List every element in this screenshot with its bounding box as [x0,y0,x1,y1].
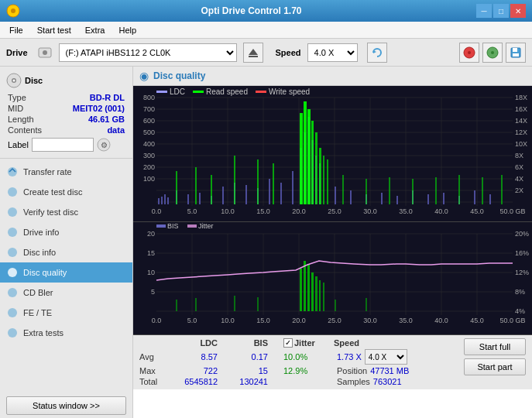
svg-rect-108 [300,113,303,204]
speed-select[interactable]: 4.0 X [307,43,358,62]
svg-rect-165 [156,224,166,228]
svg-point-1 [11,9,15,13]
svg-rect-118 [211,175,212,204]
max-ldc-value: 722 [167,366,218,375]
sidebar-item-fe-te[interactable]: FE / TE [0,303,132,323]
close-button[interactable]: ✕ [510,4,526,18]
disc-quality-header-icon: ◉ [139,70,149,82]
svg-text:16%: 16% [515,249,529,257]
write-speed-color [256,91,266,93]
speed-label: Speed [276,48,301,57]
sidebar-label-disc-quality: Disc quality [23,268,67,277]
jitter-header-container: ✓ Jitter [283,338,334,348]
max-row: Max 722 15 12.9% Position 47731 MB [139,366,451,375]
sidebar-item-transfer-rate[interactable]: Transfer rate [0,162,132,182]
sidebar-label-fe-te: FE / TE [23,308,52,317]
svg-rect-113 [319,148,321,204]
disc-contents-row: Contents data [6,125,126,135]
menu-start-test[interactable]: Start test [31,24,77,36]
sidebar-item-verify-test[interactable]: Verify test disc [0,202,132,222]
max-bis-value: 15 [218,366,268,375]
menu-help[interactable]: Help [112,24,142,36]
speed-select-stats[interactable]: 4.0 X [365,349,407,365]
sidebar-item-disc-info[interactable]: Disc info [0,242,132,262]
total-label: Total [139,377,167,386]
svg-text:25.0: 25.0 [328,207,342,215]
drive-info-icon [6,226,19,238]
svg-rect-112 [315,132,317,204]
svg-rect-181 [366,298,367,311]
svg-text:18X: 18X [515,94,527,101]
svg-rect-169 [300,269,302,311]
svg-rect-103 [427,194,429,204]
minimize-button[interactable]: ─ [476,4,492,18]
svg-point-21 [8,207,17,217]
svg-text:8X: 8X [515,152,523,159]
svg-rect-125 [412,179,414,204]
svg-text:2X: 2X [515,187,523,194]
status-window-button[interactable]: Status window >> [6,396,126,415]
sidebar-item-disc-quality[interactable]: Disc quality [0,262,132,283]
sidebar-item-cd-bler[interactable]: CD Bler [0,283,132,303]
svg-text:8%: 8% [515,288,525,296]
svg-rect-129 [501,175,503,204]
svg-marker-6 [373,50,376,53]
svg-rect-124 [389,177,390,204]
svg-point-8 [468,51,471,54]
label-input[interactable] [32,138,94,152]
drive-select[interactable]: (F:) ATAPI iHBS112 2 CL0K [59,43,237,62]
extra-tests-icon [6,327,19,339]
menu-extra[interactable]: Extra [79,24,112,36]
start-part-button[interactable]: Start part [464,358,526,375]
svg-rect-77 [161,197,163,204]
sidebar-item-drive-info[interactable]: Drive info [0,222,132,242]
avg-bis-value: 0.17 [218,352,268,361]
svg-point-20 [8,187,17,197]
cd-bler-icon [6,286,19,299]
svg-text:5: 5 [151,288,155,296]
svg-rect-104 [443,193,444,204]
maximize-button[interactable]: □ [493,4,509,18]
window-controls[interactable]: ─ □ ✕ [476,4,526,18]
svg-rect-127 [458,175,460,204]
svg-rect-170 [304,261,306,311]
svg-rect-123 [366,179,367,204]
disc-write-button[interactable] [482,43,503,63]
svg-text:45.0: 45.0 [470,207,484,215]
eject-button[interactable] [243,43,263,63]
sidebar-item-extra-tests[interactable]: Extra tests [0,323,132,343]
svg-rect-171 [307,265,310,311]
sidebar-navigation: Transfer rate Create test disc Verify te… [0,159,132,393]
svg-text:⚙: ⚙ [100,141,107,149]
sidebar-label-create-test: Create test disc [23,187,82,197]
disc-read-button[interactable] [459,43,479,63]
save-button[interactable] [506,43,526,63]
label-button[interactable]: ⚙ [97,138,111,152]
svg-text:10.0: 10.0 [221,317,235,324]
start-full-button[interactable]: Start full [464,338,526,355]
svg-text:100: 100 [143,175,155,183]
verify-test-icon [6,206,19,218]
avg-ldc-value: 8.57 [167,352,218,361]
svg-rect-176 [176,300,177,311]
sidebar-item-create-test[interactable]: Create test disc [0,182,132,202]
disc-type-row: Type BD-R DL [6,93,126,102]
svg-rect-101 [396,196,398,204]
content-area: ◉ Disc quality LDC Read speed Write spee… [133,67,532,418]
avg-speed-value: 1.73 X [337,352,362,361]
refresh-button[interactable] [367,43,387,63]
jitter-checkbox[interactable]: ✓ [283,338,293,348]
svg-text:600: 600 [143,117,155,125]
label-field-label: Label [8,140,29,149]
disc-quality-icon [6,266,19,279]
sidebar-label-extra-tests: Extra tests [23,328,63,337]
max-jitter-value: 12.9% [283,366,334,375]
svg-text:500: 500 [143,128,155,136]
svg-rect-167 [187,224,197,228]
svg-text:10.0: 10.0 [221,207,235,215]
svg-point-27 [8,328,17,337]
menu-file[interactable]: File [3,24,29,36]
svg-text:Jitter: Jitter [198,222,214,230]
svg-point-23 [8,248,17,257]
svg-point-16 [13,80,15,82]
